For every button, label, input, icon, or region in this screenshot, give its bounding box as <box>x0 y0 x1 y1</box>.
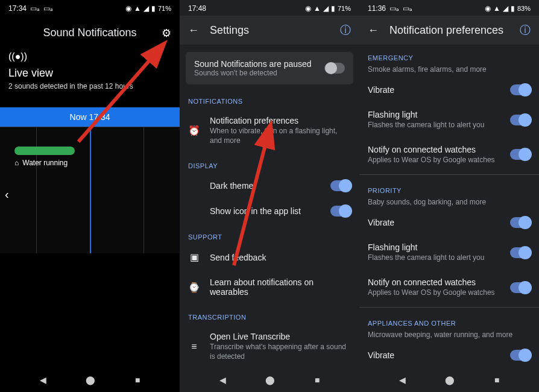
app-bar: ← Settings ⓘ <box>180 16 359 45</box>
flashing-toggle[interactable] <box>510 115 531 125</box>
row-title: Open Live Transcribe <box>210 332 351 341</box>
nav-bar: ◀ ⬤ ■ <box>180 368 359 392</box>
timeline[interactable]: ⌂ Water running ‹ <box>0 127 180 253</box>
nav-recent-icon[interactable]: ■ <box>494 375 499 385</box>
row-title: Vibrate <box>368 350 500 360</box>
divider <box>359 174 539 175</box>
signal-icon: ◢ <box>503 4 508 13</box>
nav-home-icon[interactable]: ⬤ <box>445 375 455 385</box>
nav-recent-icon[interactable]: ■ <box>315 375 320 385</box>
row-subtitle: Applies to Wear OS by Google watches <box>368 156 500 165</box>
row-connected-watches[interactable]: Notify on connected watches Applies to W… <box>359 270 539 305</box>
nav-back-icon[interactable]: ◀ <box>40 375 46 385</box>
translate-icon: ▭ₐ <box>43 4 53 13</box>
status-bar: 11:36 ▭ₐ ▭ₐ ◉ ▲ ◢ ▮ 83% <box>359 0 539 16</box>
live-view-title: Live view <box>8 67 171 80</box>
divider <box>359 307 539 308</box>
section-support: SUPPORT <box>180 224 359 244</box>
row-transcribe[interactable]: ≡ Open Live Transcribe Transcribe what's… <box>180 324 359 368</box>
back-arrow-icon[interactable]: ← <box>188 24 199 37</box>
paused-toggle[interactable] <box>324 63 345 74</box>
signal-icon: ◢ <box>143 4 149 13</box>
row-send-feedback[interactable]: ▣ Send feedback <box>180 244 359 270</box>
status-battery: 71% <box>158 5 171 12</box>
live-view-subtitle: 2 sounds detected in the past 12 hours <box>8 82 171 90</box>
row-show-icon[interactable]: Show icon in the app list <box>180 198 359 224</box>
status-time: 17:34 <box>8 4 27 13</box>
event-pill[interactable] <box>14 147 75 155</box>
row-title: Notify on connected watches <box>368 277 500 287</box>
battery-icon: ▮ <box>331 4 335 13</box>
show-icon-toggle[interactable] <box>330 206 351 217</box>
wifi-icon: ▲ <box>493 4 500 13</box>
watch-icon: ⌚ <box>188 282 200 293</box>
nav-bar: ◀ ⬤ ■ <box>359 368 539 392</box>
page-title: Settings <box>210 24 329 37</box>
row-flashing-light[interactable]: Flashing light Flashes the camera light … <box>359 235 539 270</box>
paused-subtitle: Sounds won't be detected <box>194 69 324 77</box>
row-title: Notification preferences <box>210 116 351 125</box>
section-appliances-sub: Microwave beeping, water running, and mo… <box>359 330 539 343</box>
status-time: 17:48 <box>188 4 206 13</box>
row-notification-preferences[interactable]: ⏰ Notification preferences When to vibra… <box>180 109 359 153</box>
row-title: Notify on connected watches <box>368 145 500 154</box>
vibrate-toggle[interactable] <box>510 217 531 228</box>
row-connected-watches[interactable]: Notify on connected watches Applies to W… <box>359 138 539 172</box>
status-time: 11:36 <box>368 4 386 13</box>
row-subtitle: Transcribe what's happening after a soun… <box>210 343 351 361</box>
translate-icon: ▭ₐ <box>389 4 399 13</box>
row-title: Show icon in the app list <box>210 206 321 216</box>
translate-icon: ▭ₐ <box>403 4 412 13</box>
feedback-icon: ▣ <box>188 251 200 263</box>
row-subtitle: When to vibrate, turn on a flashing ligh… <box>210 127 351 145</box>
row-subtitle: Flashes the camera light to alert you <box>368 253 500 263</box>
nav-home-icon[interactable]: ⬤ <box>265 375 275 385</box>
wifi-icon: ▲ <box>134 4 141 13</box>
gear-icon[interactable]: ⚙ <box>162 27 171 40</box>
watches-toggle[interactable] <box>510 282 531 293</box>
chevron-left-icon[interactable]: ‹ <box>5 188 9 201</box>
row-vibrate[interactable]: Vibrate <box>359 343 539 368</box>
row-vibrate[interactable]: Vibrate <box>359 77 539 103</box>
row-vibrate[interactable]: Vibrate <box>359 210 539 235</box>
row-title: Vibrate <box>368 218 500 227</box>
nav-home-icon[interactable]: ⬤ <box>86 375 95 385</box>
dark-theme-toggle[interactable] <box>330 180 351 191</box>
vibrate-toggle[interactable] <box>510 350 531 361</box>
section-transcription: TRANSCRIPTION <box>180 304 359 324</box>
vibrate-toggle[interactable] <box>510 84 531 95</box>
panel-notification-preferences: 11:36 ▭ₐ ▭ₐ ◉ ▲ ◢ ▮ 83% ← Notification p… <box>359 0 539 392</box>
nav-back-icon[interactable]: ◀ <box>399 375 406 385</box>
section-appliances: APPLIANCES AND OTHER <box>359 310 539 330</box>
home-icon: ⌂ <box>14 159 19 167</box>
row-title: Send feedback <box>210 253 351 262</box>
watches-toggle[interactable] <box>510 149 531 160</box>
help-icon[interactable]: ⓘ <box>340 23 351 37</box>
row-wearables[interactable]: ⌚ Learn about notifications on wearables <box>180 270 359 304</box>
nav-back-icon[interactable]: ◀ <box>219 375 226 385</box>
nav-recent-icon[interactable]: ■ <box>135 375 140 385</box>
section-notifications: NOTIFICATIONS <box>180 88 359 109</box>
flashing-toggle[interactable] <box>510 247 531 258</box>
wifi-icon: ▲ <box>314 4 321 13</box>
app-bar: ← Notification preferences ⓘ <box>359 16 539 45</box>
status-bar: 17:34 ▭ₐ ▭ₐ ◉ ▲ ◢ ▮ 71% <box>0 0 180 16</box>
row-title: Vibrate <box>368 85 500 95</box>
section-display: DISPLAY <box>180 153 359 173</box>
broadcast-icon: ((●)) <box>8 51 171 62</box>
back-arrow-icon[interactable]: ← <box>368 24 379 37</box>
event-label: ⌂ Water running <box>14 159 68 167</box>
paused-title: Sound Notifications are paused <box>194 59 324 69</box>
signal-icon: ◢ <box>323 4 329 13</box>
battery-icon: ▮ <box>151 4 156 13</box>
row-flashing-light[interactable]: Flashing light Flashes the camera light … <box>359 103 539 138</box>
row-dark-theme[interactable]: Dark theme <box>180 173 359 198</box>
nav-bar: ◀ ⬤ ■ <box>0 368 180 392</box>
bell-icon: ⏰ <box>188 125 200 136</box>
help-icon[interactable]: ⓘ <box>520 23 531 37</box>
transcribe-icon: ≡ <box>188 341 200 352</box>
row-title: Learn about notifications on wearables <box>210 277 351 297</box>
now-bar[interactable]: Now 17:34 <box>0 107 180 127</box>
row-subtitle: Applies to Wear OS by Google watches <box>368 288 500 298</box>
paused-card: Sound Notifications are paused Sounds wo… <box>186 52 353 84</box>
